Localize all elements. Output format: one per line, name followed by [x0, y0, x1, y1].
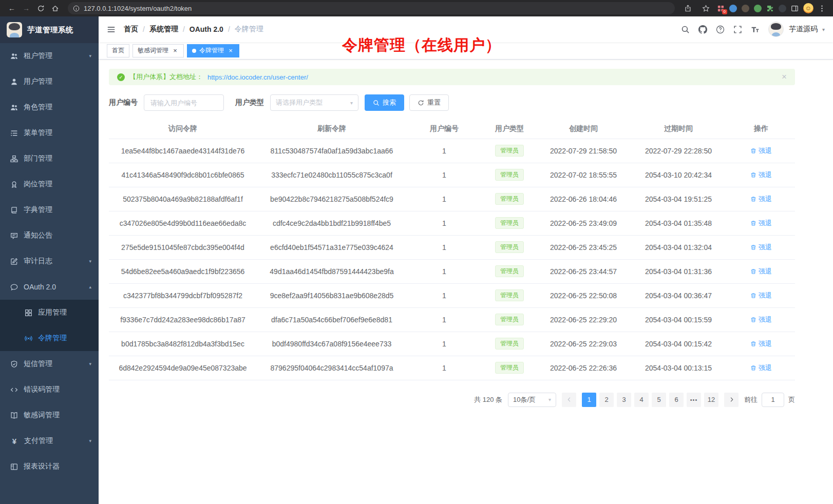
info-icon[interactable] — [73, 5, 80, 12]
page-more-button[interactable]: ••• — [687, 393, 701, 407]
hamburger-icon[interactable] — [107, 25, 116, 34]
sidebar-item-sms[interactable]: 短信管理▾ — [0, 351, 99, 377]
sidebar-item-report-designer[interactable]: 报表设计器 — [0, 454, 99, 479]
page-button-2[interactable]: 2 — [599, 393, 614, 407]
force-logout-button[interactable]: 强退 — [750, 315, 772, 324]
prev-page-button[interactable] — [562, 393, 576, 407]
reload-icon[interactable] — [34, 2, 47, 15]
badge-icon — [10, 181, 18, 188]
page-button-3[interactable]: 3 — [617, 393, 631, 407]
github-icon[interactable] — [698, 25, 707, 34]
user-type-tag: 管理员 — [495, 338, 524, 350]
broadcast-icon — [25, 335, 32, 342]
user-id-input[interactable] — [144, 94, 224, 111]
table-row: f9336e7c7dd242a283ee98dc86b17a87dfa6c71a… — [109, 307, 795, 332]
sidebar-item-sensitive-word[interactable]: 敏感词管理 — [0, 402, 99, 428]
sidebar-item-error-code[interactable]: 错误码管理 — [0, 377, 99, 402]
goto-page-input[interactable] — [762, 393, 784, 407]
page-button-12[interactable]: 12 — [704, 393, 718, 407]
force-logout-button[interactable]: 强退 — [750, 219, 772, 228]
reset-button[interactable]: 重置 — [409, 94, 449, 111]
created-time-cell: 2022-06-25 22:26:36 — [537, 356, 630, 380]
force-logout-button[interactable]: 强退 — [750, 243, 772, 252]
browser-profile-avatar[interactable]: ☺ — [803, 3, 813, 13]
page-button-5[interactable]: 5 — [652, 393, 666, 407]
sidebar-item-post[interactable]: 岗位管理 — [0, 171, 99, 197]
fullscreen-icon[interactable] — [733, 25, 742, 34]
page-content: ✓ 【用户体系】文档地址： https://doc.iocoder.cn/use… — [99, 60, 833, 504]
sidebar-item-user[interactable]: 用户管理 — [0, 69, 99, 94]
tab-sensitive-word[interactable]: 敏感词管理× — [132, 44, 184, 57]
extension-icon[interactable] — [779, 5, 786, 12]
user-type-cell: 管理员 — [482, 259, 537, 283]
doc-link[interactable]: https://doc.iocoder.cn/user-center/ — [207, 73, 308, 81]
extension-icon[interactable] — [754, 5, 762, 12]
sidebar-item-label: 租户管理 — [24, 51, 81, 61]
url-bar[interactable]: 127.0.0.1:1024/system/oauth2/token — [68, 2, 675, 14]
browser-menu-icon[interactable] — [818, 5, 826, 12]
tab-close-icon[interactable]: × — [227, 47, 234, 54]
access-token-cell: 6d842e2924594de9a09e45e087323abe — [109, 356, 257, 380]
user-avatar[interactable] — [768, 22, 784, 37]
sidebar-item-dict[interactable]: 字典管理 — [0, 197, 99, 223]
page-button-4[interactable]: 4 — [634, 393, 649, 407]
font-size-icon[interactable] — [751, 25, 760, 34]
sidebar-item-pay[interactable]: ¥支付管理▾ — [0, 428, 99, 454]
alert-close-icon[interactable]: × — [782, 72, 787, 82]
extension-icon[interactable] — [729, 5, 737, 12]
app-logo[interactable]: 芋道管理系统 — [0, 16, 99, 43]
tab-token[interactable]: 令牌管理× — [187, 44, 239, 57]
sidebar-item-notice[interactable]: 通知公告 — [0, 223, 99, 248]
force-logout-button[interactable]: 强退 — [750, 339, 772, 348]
sidebar-item-role[interactable]: 角色管理 — [0, 94, 99, 120]
force-logout-button[interactable]: 强退 — [750, 267, 772, 276]
force-logout-button[interactable]: 强退 — [750, 291, 772, 300]
force-logout-button[interactable]: 强退 — [750, 170, 772, 180]
page-size-select[interactable]: 10条/页 ▾ — [508, 393, 556, 407]
sidebar-item-menu[interactable]: 菜单管理 — [0, 120, 99, 146]
page-button-6[interactable]: 6 — [669, 393, 684, 407]
code-icon — [10, 386, 18, 394]
search-button[interactable]: 搜索 — [365, 94, 404, 111]
extension-icon[interactable] — [742, 5, 749, 12]
force-logout-button[interactable]: 强退 — [750, 195, 772, 204]
edit-icon — [10, 258, 18, 265]
forward-icon[interactable]: → — [20, 2, 33, 15]
breadcrumb-item[interactable]: 首页 — [124, 25, 138, 34]
sidebar-item-oauth2-token[interactable]: 令牌管理 — [0, 325, 99, 351]
next-page-button[interactable] — [724, 393, 739, 407]
user-type-select[interactable]: 请选择用户类型 ▾ — [270, 94, 358, 111]
browser-chrome: ← → 127.0.0.1:1024/system/oauth2/token 0… — [0, 0, 833, 16]
sidebar-item-tenant[interactable]: 租户管理▾ — [0, 43, 99, 69]
column-header: 用户类型 — [482, 119, 537, 139]
sidebar-item-dept[interactable]: 部门管理 — [0, 146, 99, 171]
breadcrumb-item[interactable]: OAuth 2.0 — [190, 25, 223, 33]
back-icon[interactable]: ← — [5, 2, 18, 15]
extension-grid-icon[interactable]: 0 — [717, 5, 725, 12]
bookmark-star-icon[interactable] — [699, 2, 712, 15]
sidebar-item-audit-log[interactable]: 审计日志▾ — [0, 248, 99, 274]
tab-close-icon[interactable]: × — [172, 47, 179, 54]
chevron-down-icon[interactable]: ▾ — [822, 27, 825, 32]
force-logout-label: 强退 — [759, 363, 772, 373]
force-logout-button[interactable]: 强退 — [750, 146, 772, 156]
user-type-tag: 管理员 — [495, 314, 524, 325]
home-icon[interactable] — [48, 2, 62, 15]
active-tab-dot — [192, 49, 196, 53]
help-icon[interactable] — [716, 25, 725, 34]
extensions-puzzle-icon[interactable] — [766, 5, 774, 12]
breadcrumb-item[interactable]: 系统管理 — [149, 25, 178, 34]
force-logout-button[interactable]: 强退 — [750, 363, 772, 373]
sidebar-item-oauth2[interactable]: OAuth 2.0▴ — [0, 274, 99, 300]
search-icon[interactable] — [681, 25, 690, 34]
share-icon[interactable] — [681, 2, 694, 15]
sidebar-item-oauth2-app[interactable]: 应用管理 — [0, 300, 99, 325]
tab-label: 令牌管理 — [199, 46, 224, 55]
page-button-1[interactable]: 1 — [582, 393, 596, 407]
user-id-cell: 1 — [407, 332, 482, 356]
user-id-cell: 1 — [407, 139, 482, 163]
access-token-cell: f9336e7c7dd242a283ee98dc86b17a87 — [109, 307, 257, 332]
sidebar-toggle-icon[interactable] — [791, 5, 799, 12]
tab-home[interactable]: 首页 — [107, 44, 129, 57]
username[interactable]: 芋道源码 — [789, 25, 818, 34]
